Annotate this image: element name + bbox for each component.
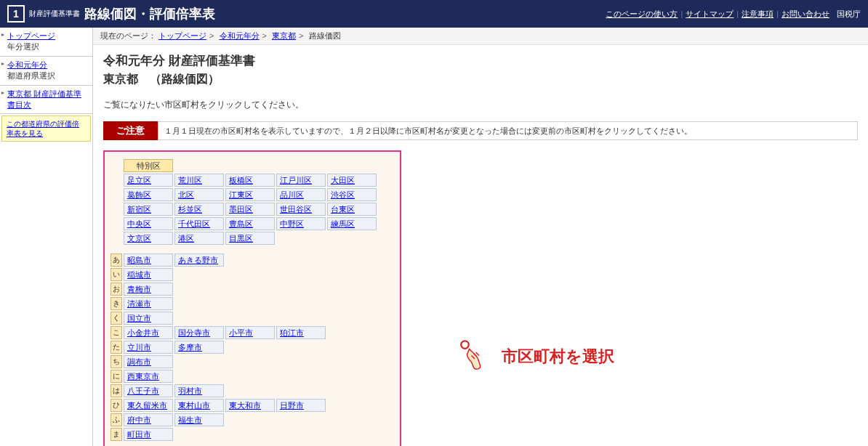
sidebar-note[interactable]: この都道府県の評価倍率表を見る — [1, 115, 91, 142]
city-cell[interactable]: 稲城市 — [124, 268, 173, 281]
city-link[interactable]: 青梅市 — [127, 284, 151, 295]
ward-cell[interactable]: 港区 — [174, 232, 224, 245]
city-cell[interactable]: 小平市 — [225, 326, 275, 339]
ward-cell[interactable]: 葛飾区 — [124, 188, 173, 201]
ward-link[interactable]: 大田区 — [331, 175, 355, 186]
city-link[interactable]: 府中市 — [127, 415, 151, 426]
city-link[interactable]: 小金井市 — [127, 328, 159, 338]
city-link[interactable]: 東久留米市 — [127, 400, 167, 411]
city-link[interactable]: 町田市 — [127, 429, 151, 440]
ward-cell[interactable]: 千代田区 — [174, 217, 224, 230]
city-cell[interactable]: 清瀬市 — [124, 297, 173, 310]
city-link[interactable]: 狛江市 — [280, 328, 304, 338]
sidebar-note-link[interactable]: この都道府県の評価倍率表を見る — [7, 120, 79, 137]
city-cell[interactable]: 東大和市 — [225, 399, 275, 412]
city-cell[interactable]: 西東京市 — [124, 370, 173, 383]
city-cell[interactable]: 東村山市 — [174, 399, 224, 412]
city-cell[interactable]: 国分寺市 — [174, 326, 224, 339]
ward-cell[interactable]: 文京区 — [124, 232, 173, 245]
ward-cell[interactable]: 杉並区 — [174, 203, 224, 216]
city-link[interactable]: 国立市 — [127, 313, 151, 324]
sidebar-item-pref[interactable]: 東京都 財産評価基準書目次 — [0, 86, 92, 115]
ward-link[interactable]: 豊島区 — [229, 219, 253, 230]
ward-cell[interactable]: 中野区 — [276, 217, 326, 230]
ward-cell[interactable]: 世田谷区 — [276, 203, 326, 216]
city-link[interactable]: あきる野市 — [178, 255, 218, 266]
ward-cell[interactable]: 墨田区 — [225, 203, 275, 216]
ward-link[interactable]: 墨田区 — [229, 204, 253, 215]
city-link[interactable]: 日野市 — [280, 400, 304, 411]
ward-cell[interactable]: 練馬区 — [327, 217, 377, 230]
city-link[interactable]: 福生市 — [178, 415, 202, 426]
header-link-notes[interactable]: 注意事項 — [742, 9, 773, 20]
city-link[interactable]: 国分寺市 — [178, 328, 210, 338]
ward-link[interactable]: 板橋区 — [229, 175, 253, 186]
ward-link[interactable]: 江戸川区 — [280, 175, 312, 186]
city-cell[interactable]: 羽村市 — [174, 384, 224, 397]
city-cell[interactable]: 府中市 — [124, 413, 173, 426]
ward-link[interactable]: 台東区 — [331, 204, 355, 215]
ward-link[interactable]: 渋谷区 — [331, 190, 355, 200]
city-link[interactable]: 昭島市 — [127, 255, 151, 266]
city-link[interactable]: 多摩市 — [178, 342, 202, 353]
city-cell[interactable]: 調布市 — [124, 355, 173, 368]
ward-cell[interactable]: 目黒区 — [225, 232, 275, 245]
ward-link[interactable]: 世田谷区 — [280, 204, 312, 215]
city-link[interactable]: 羽村市 — [178, 386, 202, 397]
ward-cell[interactable]: 北区 — [174, 188, 224, 201]
sidebar-link[interactable]: 東京都 財産評価基準書目次 — [7, 89, 81, 109]
city-cell[interactable]: 立川市 — [124, 341, 173, 354]
city-link[interactable]: 東村山市 — [178, 400, 210, 411]
ward-cell[interactable]: 江東区 — [225, 188, 275, 201]
city-cell[interactable]: 昭島市 — [124, 254, 173, 267]
sidebar-item-top[interactable]: トップページ 年分選択 — [0, 28, 92, 57]
city-cell[interactable]: 町田市 — [124, 428, 173, 441]
city-cell[interactable]: あきる野市 — [174, 254, 224, 267]
header-link-sitemap[interactable]: サイトマップ — [686, 9, 734, 20]
ward-link[interactable]: 葛飾区 — [127, 190, 151, 200]
ward-link[interactable]: 北区 — [178, 190, 194, 200]
ward-cell[interactable]: 渋谷区 — [327, 188, 377, 201]
city-cell[interactable]: 国立市 — [124, 312, 173, 325]
ward-link[interactable]: 品川区 — [280, 190, 304, 200]
city-cell[interactable]: 小金井市 — [124, 326, 173, 339]
city-cell[interactable]: 狛江市 — [276, 326, 326, 339]
ward-link[interactable]: 杉並区 — [178, 204, 202, 215]
sidebar-link[interactable]: 令和元年分 — [7, 60, 47, 69]
ward-cell[interactable]: 台東区 — [327, 203, 377, 216]
ward-cell[interactable]: 江戸川区 — [276, 174, 326, 187]
city-link[interactable]: 西東京市 — [127, 371, 159, 382]
ward-cell[interactable]: 豊島区 — [225, 217, 275, 230]
ward-cell[interactable]: 品川区 — [276, 188, 326, 201]
city-link[interactable]: 小平市 — [229, 328, 253, 338]
city-link[interactable]: 立川市 — [127, 342, 151, 353]
city-link[interactable]: 清瀬市 — [127, 299, 151, 309]
breadcrumb-link[interactable]: トップページ — [158, 31, 206, 40]
ward-link[interactable]: 新宿区 — [127, 204, 151, 215]
ward-link[interactable]: 文京区 — [127, 233, 151, 244]
ward-link[interactable]: 荒川区 — [178, 175, 202, 186]
ward-cell[interactable]: 荒川区 — [174, 174, 224, 187]
ward-link[interactable]: 目黒区 — [229, 233, 253, 244]
ward-cell[interactable]: 足立区 — [124, 174, 173, 187]
city-link[interactable]: 八王子市 — [127, 386, 159, 397]
header-link-contact[interactable]: お問い合わせ — [781, 9, 829, 20]
ward-cell[interactable]: 中央区 — [124, 217, 173, 230]
city-cell[interactable]: 日野市 — [276, 399, 326, 412]
ward-cell[interactable]: 大田区 — [327, 174, 377, 187]
ward-cell[interactable]: 板橋区 — [225, 174, 275, 187]
ward-link[interactable]: 中央区 — [127, 219, 151, 230]
city-link[interactable]: 東大和市 — [229, 400, 261, 411]
ward-link[interactable]: 江東区 — [229, 190, 253, 200]
city-cell[interactable]: 多摩市 — [174, 341, 224, 354]
sidebar-link[interactable]: トップページ — [7, 31, 55, 40]
breadcrumb-link[interactable]: 東京都 — [272, 31, 296, 40]
city-link[interactable]: 調布市 — [127, 357, 151, 368]
city-cell[interactable]: 八王子市 — [124, 384, 173, 397]
ward-link[interactable]: 港区 — [178, 233, 194, 244]
city-cell[interactable]: 青梅市 — [124, 283, 173, 296]
city-cell[interactable]: 福生市 — [174, 413, 224, 426]
ward-link[interactable]: 練馬区 — [331, 219, 355, 230]
breadcrumb-link[interactable]: 令和元年分 — [220, 31, 260, 40]
sidebar-item-year[interactable]: 令和元年分 都道府県選択 — [0, 57, 92, 86]
